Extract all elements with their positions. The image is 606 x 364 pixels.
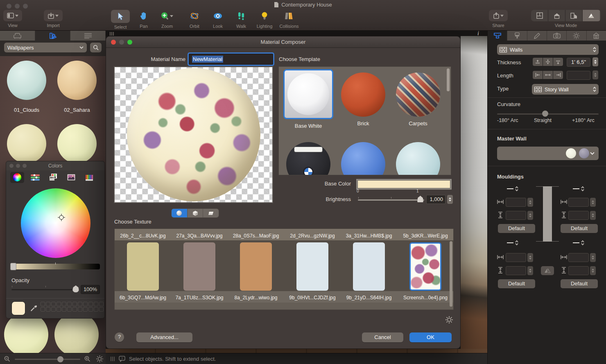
template-item-carpets[interactable]: Carpets [392,69,444,127]
viewport-3d-scene[interactable] [461,36,487,349]
eyedropper-icon[interactable] [30,305,37,312]
moulding-width-stepper-br[interactable] [590,253,596,262]
colors-panel-titlebar[interactable]: Colors [6,161,104,170]
color-palette-tab[interactable] [46,172,60,183]
thickness-input[interactable]: 1' 6,5" [567,58,590,67]
thumb-size-slider[interactable] [15,359,80,360]
length-stepper[interactable] [592,70,598,79]
tab-light[interactable] [567,31,586,41]
image-picker-tab[interactable] [64,172,78,183]
brightness-gradient-slider[interactable] [11,264,100,269]
thickness-align-top[interactable] [533,58,543,66]
dialog-titlebar[interactable]: Material Composer [106,36,460,48]
length-anchor-start[interactable] [533,71,543,79]
brightness-slider[interactable] [358,199,424,201]
moulding-profile-select-bl[interactable] [507,240,518,245]
tab-furniture[interactable] [0,31,35,41]
tab-geometry[interactable] [488,31,507,41]
current-color-well[interactable] [11,301,25,315]
preview-shape-sphere[interactable] [172,209,188,217]
moulding-height-stepper-tl[interactable] [527,211,533,220]
zoom-out-icon[interactable] [4,356,10,362]
moulding-height-input-bl[interactable] [506,266,526,275]
texture-item[interactable] [171,242,228,291]
thickness-align-center[interactable] [543,58,553,66]
moulding-width-input-bl[interactable] [506,253,526,262]
moulding-width-stepper-tl[interactable] [527,198,533,207]
opacity-knob[interactable] [72,285,79,292]
preview-shape-plane[interactable] [203,209,219,217]
moulding-height-input-tr[interactable] [568,211,589,220]
tab-building[interactable] [587,31,606,41]
view-mode-3d[interactable] [583,10,600,21]
moulding-profile-select-br[interactable] [573,240,584,245]
moulding-profile-select-tl[interactable] [507,186,518,191]
collisions-button[interactable] [274,10,304,22]
template-item-blue[interactable] [337,142,389,175]
tab-project-tree[interactable] [70,31,106,41]
tab-materials-inspector[interactable] [507,31,527,41]
texture-thumb[interactable] [183,242,215,291]
moulding-height-input-tl[interactable] [506,211,526,220]
view-mode-2d-plan[interactable] [531,10,548,21]
orbit-button[interactable] [183,10,206,22]
moulding-width-input-tl[interactable] [506,198,526,207]
preview-shape-cube[interactable] [188,209,204,217]
brightness-value[interactable]: 1,000 [426,195,445,204]
share-button[interactable] [489,10,508,21]
material-thumb[interactable] [54,312,99,357]
texture-item[interactable] [341,242,397,291]
color-wheel[interactable] [21,188,90,258]
moulding-width-input-br[interactable] [568,253,589,262]
moulding-height-stepper-tr[interactable] [590,211,596,220]
zoom-window-button[interactable] [127,40,132,45]
help-button[interactable]: ? [115,332,124,342]
saved-swatches-grid[interactable] [41,302,101,312]
pan-button[interactable] [132,10,155,22]
thickness-stepper[interactable] [592,57,598,66]
select-button[interactable] [111,10,130,23]
material-thumb[interactable] [4,312,48,357]
color-crosshair[interactable] [58,214,65,221]
moulding-height-stepper-br[interactable] [590,266,596,275]
moulding-profile-select-tr[interactable] [573,186,584,191]
gradient-knob[interactable] [10,263,16,270]
moulding-width-stepper-tr[interactable] [590,198,596,207]
library-settings-gear-icon[interactable] [96,355,104,363]
zoom-button[interactable] [156,10,179,22]
texture-thumb[interactable] [240,242,272,291]
object-type-select[interactable]: Walls [497,44,599,55]
moulding-default-button-br[interactable]: Default [561,279,598,288]
cancel-button[interactable]: Cancel [362,332,403,342]
dialog-traffic-lights[interactable] [111,40,132,45]
tab-edit[interactable] [527,31,547,41]
texture-item[interactable] [115,242,171,291]
texture-settings-gear-icon[interactable] [445,316,453,324]
template-scrollbar[interactable] [447,68,450,91]
color-sliders-tab[interactable] [28,172,42,183]
moulding-default-button-bl[interactable]: Default [498,279,535,288]
texture-item[interactable] [284,242,341,291]
view-mode-split[interactable] [565,10,583,21]
texture-thumb[interactable] [127,242,159,291]
texture-item[interactable] [228,242,284,291]
material-thumb[interactable] [57,124,97,163]
opacity-value[interactable]: 100% [81,285,100,294]
view-button[interactable] [3,10,22,21]
length-anchor-end[interactable] [553,71,563,79]
material-name-input[interactable]: NewMaterial [189,54,273,65]
opacity-slider[interactable] [11,289,79,290]
texture-thumb[interactable] [353,242,385,291]
moulding-height-input-br[interactable] [568,266,589,275]
base-color-well[interactable] [356,179,452,190]
status-grip[interactable] [111,357,115,361]
tab-materials[interactable] [35,31,70,41]
template-item-brick[interactable]: Brick [337,69,389,127]
view-mode-elevation[interactable] [548,10,565,21]
category-select[interactable]: Wallpapers [4,43,87,52]
import-button[interactable] [44,10,63,21]
brightness-stepper[interactable] [447,195,453,204]
material-thumb-clouds[interactable] [7,61,46,100]
walk-button[interactable] [230,10,253,22]
template-item-base-white[interactable]: Base White [282,69,335,129]
